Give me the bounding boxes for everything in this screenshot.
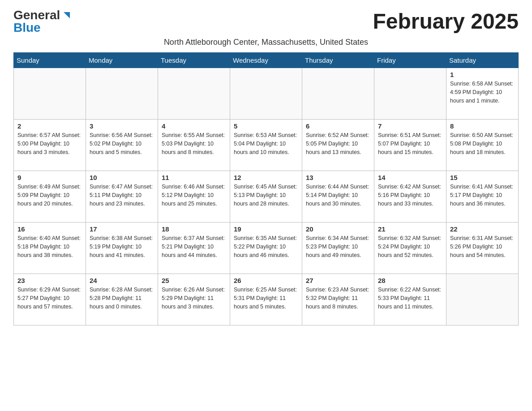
day-info: Sunrise: 6:23 AM Sunset: 5:32 PM Dayligh… <box>306 286 370 311</box>
table-row: 6Sunrise: 6:52 AM Sunset: 5:05 PM Daylig… <box>302 120 374 171</box>
week-row-3: 9Sunrise: 6:49 AM Sunset: 5:09 PM Daylig… <box>14 171 519 223</box>
table-row: 16Sunrise: 6:40 AM Sunset: 5:18 PM Dayli… <box>14 223 86 274</box>
week-row-2: 2Sunrise: 6:57 AM Sunset: 5:00 PM Daylig… <box>14 120 519 171</box>
day-number: 27 <box>306 277 370 284</box>
day-info: Sunrise: 6:31 AM Sunset: 5:26 PM Dayligh… <box>450 234 515 259</box>
col-saturday: Saturday <box>446 53 519 68</box>
table-row <box>158 68 230 120</box>
table-row: 13Sunrise: 6:44 AM Sunset: 5:14 PM Dayli… <box>302 171 374 223</box>
table-row <box>374 68 446 120</box>
day-number: 14 <box>378 174 442 181</box>
table-row: 2Sunrise: 6:57 AM Sunset: 5:00 PM Daylig… <box>14 120 86 171</box>
table-row <box>446 274 519 325</box>
month-title: February 2025 <box>373 9 519 34</box>
day-number: 20 <box>306 225 370 233</box>
day-info: Sunrise: 6:22 AM Sunset: 5:33 PM Dayligh… <box>378 286 442 311</box>
day-number: 17 <box>90 225 154 233</box>
table-row <box>86 68 158 120</box>
table-row: 21Sunrise: 6:32 AM Sunset: 5:24 PM Dayli… <box>374 223 446 274</box>
week-row-4: 16Sunrise: 6:40 AM Sunset: 5:18 PM Dayli… <box>14 223 519 274</box>
day-number: 22 <box>450 225 515 233</box>
day-info: Sunrise: 6:29 AM Sunset: 5:27 PM Dayligh… <box>17 286 82 311</box>
table-row: 15Sunrise: 6:41 AM Sunset: 5:17 PM Dayli… <box>446 171 519 223</box>
day-number: 28 <box>378 277 442 284</box>
logo-arrow-icon <box>62 10 72 20</box>
day-number: 8 <box>450 122 515 130</box>
day-number: 9 <box>17 174 82 181</box>
day-number: 4 <box>162 122 226 130</box>
location-subtitle: North Attleborough Center, Massachusetts… <box>13 38 519 47</box>
logo: General Blue <box>13 9 72 34</box>
table-row: 12Sunrise: 6:45 AM Sunset: 5:13 PM Dayli… <box>230 171 302 223</box>
day-info: Sunrise: 6:58 AM Sunset: 4:59 PM Dayligh… <box>450 80 515 105</box>
table-row: 4Sunrise: 6:55 AM Sunset: 5:03 PM Daylig… <box>158 120 230 171</box>
day-number: 10 <box>90 174 154 181</box>
table-row <box>14 68 86 120</box>
week-row-1: 1Sunrise: 6:58 AM Sunset: 4:59 PM Daylig… <box>14 68 519 120</box>
day-number: 2 <box>17 122 82 130</box>
day-number: 15 <box>450 174 515 181</box>
day-info: Sunrise: 6:42 AM Sunset: 5:16 PM Dayligh… <box>378 183 442 208</box>
week-row-5: 23Sunrise: 6:29 AM Sunset: 5:27 PM Dayli… <box>14 274 519 325</box>
day-info: Sunrise: 6:49 AM Sunset: 5:09 PM Dayligh… <box>17 183 82 208</box>
day-number: 21 <box>378 225 442 233</box>
logo-general-text: General <box>13 9 60 21</box>
day-number: 5 <box>234 122 298 130</box>
col-tuesday: Tuesday <box>158 53 230 68</box>
day-info: Sunrise: 6:51 AM Sunset: 5:07 PM Dayligh… <box>378 131 442 156</box>
table-row: 9Sunrise: 6:49 AM Sunset: 5:09 PM Daylig… <box>14 171 86 223</box>
table-row: 1Sunrise: 6:58 AM Sunset: 4:59 PM Daylig… <box>446 68 519 120</box>
day-info: Sunrise: 6:55 AM Sunset: 5:03 PM Dayligh… <box>162 131 226 156</box>
day-number: 19 <box>234 225 298 233</box>
table-row: 8Sunrise: 6:50 AM Sunset: 5:08 PM Daylig… <box>446 120 519 171</box>
day-info: Sunrise: 6:46 AM Sunset: 5:12 PM Dayligh… <box>162 183 226 208</box>
table-row: 26Sunrise: 6:25 AM Sunset: 5:31 PM Dayli… <box>230 274 302 325</box>
day-info: Sunrise: 6:28 AM Sunset: 5:28 PM Dayligh… <box>90 286 154 311</box>
table-row: 10Sunrise: 6:47 AM Sunset: 5:11 PM Dayli… <box>86 171 158 223</box>
day-info: Sunrise: 6:57 AM Sunset: 5:00 PM Dayligh… <box>17 131 82 156</box>
table-row: 19Sunrise: 6:35 AM Sunset: 5:22 PM Dayli… <box>230 223 302 274</box>
table-row: 25Sunrise: 6:26 AM Sunset: 5:29 PM Dayli… <box>158 274 230 325</box>
table-row: 14Sunrise: 6:42 AM Sunset: 5:16 PM Dayli… <box>374 171 446 223</box>
day-info: Sunrise: 6:25 AM Sunset: 5:31 PM Dayligh… <box>234 286 298 311</box>
day-number: 18 <box>162 225 226 233</box>
day-info: Sunrise: 6:26 AM Sunset: 5:29 PM Dayligh… <box>162 286 226 311</box>
day-info: Sunrise: 6:45 AM Sunset: 5:13 PM Dayligh… <box>234 183 298 208</box>
day-number: 3 <box>90 122 154 130</box>
day-number: 24 <box>90 277 154 284</box>
table-row: 17Sunrise: 6:38 AM Sunset: 5:19 PM Dayli… <box>86 223 158 274</box>
table-row: 3Sunrise: 6:56 AM Sunset: 5:02 PM Daylig… <box>86 120 158 171</box>
day-info: Sunrise: 6:52 AM Sunset: 5:05 PM Dayligh… <box>306 131 370 156</box>
table-row: 11Sunrise: 6:46 AM Sunset: 5:12 PM Dayli… <box>158 171 230 223</box>
col-friday: Friday <box>374 53 446 68</box>
day-number: 26 <box>234 277 298 284</box>
calendar-header-row: Sunday Monday Tuesday Wednesday Thursday… <box>14 53 519 68</box>
table-row: 18Sunrise: 6:37 AM Sunset: 5:21 PM Dayli… <box>158 223 230 274</box>
calendar-table: Sunday Monday Tuesday Wednesday Thursday… <box>13 52 519 325</box>
day-number: 13 <box>306 174 370 181</box>
table-row: 28Sunrise: 6:22 AM Sunset: 5:33 PM Dayli… <box>374 274 446 325</box>
day-number: 1 <box>450 71 515 78</box>
day-info: Sunrise: 6:34 AM Sunset: 5:23 PM Dayligh… <box>306 234 370 259</box>
day-info: Sunrise: 6:35 AM Sunset: 5:22 PM Dayligh… <box>234 234 298 259</box>
day-info: Sunrise: 6:40 AM Sunset: 5:18 PM Dayligh… <box>17 234 82 259</box>
day-info: Sunrise: 6:32 AM Sunset: 5:24 PM Dayligh… <box>378 234 442 259</box>
day-number: 11 <box>162 174 226 181</box>
day-number: 23 <box>17 277 82 284</box>
table-row <box>302 68 374 120</box>
day-number: 12 <box>234 174 298 181</box>
day-info: Sunrise: 6:56 AM Sunset: 5:02 PM Dayligh… <box>90 131 154 156</box>
table-row: 20Sunrise: 6:34 AM Sunset: 5:23 PM Dayli… <box>302 223 374 274</box>
table-row: 27Sunrise: 6:23 AM Sunset: 5:32 PM Dayli… <box>302 274 374 325</box>
col-thursday: Thursday <box>302 53 374 68</box>
day-number: 16 <box>17 225 82 233</box>
day-number: 7 <box>378 122 442 130</box>
col-sunday: Sunday <box>14 53 86 68</box>
day-info: Sunrise: 6:44 AM Sunset: 5:14 PM Dayligh… <box>306 183 370 208</box>
day-info: Sunrise: 6:53 AM Sunset: 5:04 PM Dayligh… <box>234 131 298 156</box>
day-number: 6 <box>306 122 370 130</box>
logo-blue-text: Blue <box>13 21 41 34</box>
svg-marker-0 <box>64 12 70 18</box>
table-row: 5Sunrise: 6:53 AM Sunset: 5:04 PM Daylig… <box>230 120 302 171</box>
table-row: 22Sunrise: 6:31 AM Sunset: 5:26 PM Dayli… <box>446 223 519 274</box>
